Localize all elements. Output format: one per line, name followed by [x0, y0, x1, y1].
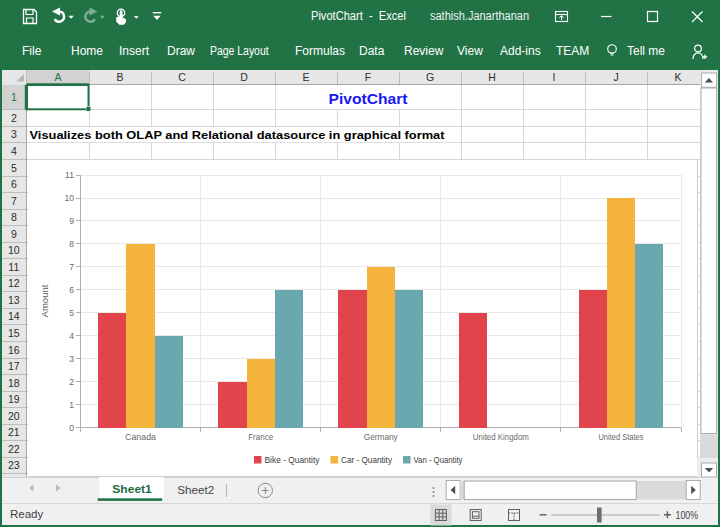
svg-text:16: 16 [8, 344, 20, 356]
svg-text:Canada: Canada [125, 432, 156, 442]
svg-text:6: 6 [69, 285, 74, 295]
svg-text:10: 10 [8, 244, 20, 256]
svg-text:1: 1 [11, 91, 17, 103]
svg-text:France: France [248, 432, 273, 442]
svg-text:11: 11 [65, 170, 74, 180]
svg-text:4: 4 [69, 331, 74, 341]
svg-text:2: 2 [11, 112, 17, 124]
svg-text:12: 12 [8, 277, 20, 289]
svg-text:13: 13 [8, 294, 20, 306]
svg-text:D: D [240, 71, 248, 83]
svg-text:1: 1 [69, 400, 74, 410]
svg-text:7: 7 [11, 195, 17, 207]
svg-text:Germany: Germany [364, 432, 399, 442]
svg-text:I: I [553, 71, 556, 83]
svg-text:10: 10 [64, 193, 74, 203]
svg-text:Visualizes both OLAP and Relat: Visualizes both OLAP and Relational data… [30, 129, 445, 141]
svg-text:Sheet1: Sheet1 [112, 483, 152, 495]
svg-text:A: A [54, 71, 61, 83]
svg-text:17: 17 [8, 360, 20, 372]
svg-text:PivotChart - Excel: PivotChart - Excel [311, 9, 406, 23]
svg-text:C: C [178, 71, 186, 83]
svg-text:100%: 100% [676, 508, 699, 520]
svg-text:14: 14 [8, 310, 20, 322]
svg-text:18: 18 [8, 377, 20, 389]
svg-text:19: 19 [8, 393, 20, 405]
svg-text:PivotChart: PivotChart [329, 90, 408, 107]
svg-text:K: K [674, 71, 681, 83]
svg-text:5: 5 [69, 308, 74, 318]
svg-text:H: H [488, 71, 496, 83]
svg-text:22: 22 [8, 443, 20, 455]
svg-text:E: E [302, 71, 309, 83]
svg-text:2: 2 [69, 377, 74, 387]
svg-text:United Kingdom: United Kingdom [473, 432, 529, 442]
svg-text:4: 4 [11, 145, 17, 157]
svg-text:3: 3 [69, 354, 74, 364]
svg-text:5: 5 [11, 162, 17, 174]
svg-text:15: 15 [8, 327, 20, 339]
svg-text:Van - Quantity: Van - Quantity [414, 454, 463, 465]
svg-text:B: B [116, 71, 123, 83]
svg-text:Sheet2: Sheet2 [177, 484, 214, 496]
svg-text:Amount: Amount [39, 284, 50, 317]
svg-text:J: J [613, 71, 618, 83]
svg-text:9: 9 [11, 228, 17, 240]
svg-text:8: 8 [11, 211, 17, 223]
svg-text:3: 3 [11, 128, 17, 140]
svg-text:United States: United States [598, 432, 643, 442]
svg-text:sathish.Janarthanan: sathish.Janarthanan [430, 9, 529, 23]
svg-text:6: 6 [11, 178, 17, 190]
svg-text:21: 21 [8, 426, 20, 438]
svg-text:G: G [426, 71, 434, 83]
svg-text:20: 20 [8, 410, 20, 422]
svg-text:23: 23 [8, 459, 20, 471]
svg-text:F: F [365, 71, 371, 83]
svg-text:7: 7 [69, 262, 74, 272]
svg-text:0: 0 [69, 423, 74, 433]
svg-text:11: 11 [8, 261, 19, 273]
svg-text:Bike - Quantity: Bike - Quantity [265, 454, 320, 465]
svg-text:8: 8 [69, 239, 74, 249]
svg-text:9: 9 [69, 216, 74, 226]
svg-text:Car - Quantity: Car - Quantity [341, 454, 392, 465]
